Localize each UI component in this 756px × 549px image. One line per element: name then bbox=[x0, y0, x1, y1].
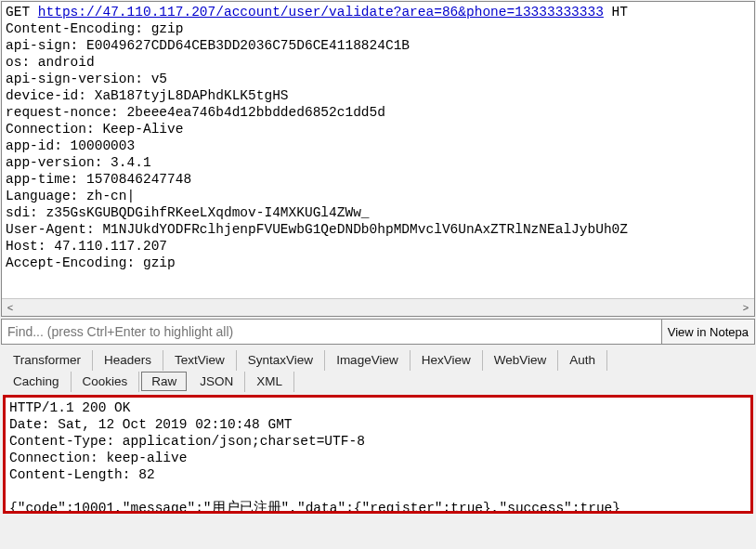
tab-row-1: Transformer Headers TextView SyntaxView … bbox=[0, 350, 756, 371]
request-text[interactable]: GET https://47.110.117.207/account/user/… bbox=[2, 2, 754, 278]
tab-transformer[interactable]: Transformer bbox=[2, 350, 93, 371]
tab-imageview[interactable]: ImageView bbox=[325, 350, 411, 371]
scroll-left-arrow[interactable]: < bbox=[2, 299, 19, 316]
inspector-tabs: Transformer Headers TextView SyntaxView … bbox=[0, 350, 756, 392]
request-panel: GET https://47.110.117.207/account/user/… bbox=[1, 1, 755, 317]
request-headers: Content-Encoding: gzip api-sign: E004962… bbox=[6, 21, 628, 270]
request-url-link[interactable]: https://47.110.117.207/account/user/vali… bbox=[38, 5, 604, 20]
tab-hexview[interactable]: HexView bbox=[411, 350, 483, 371]
view-in-notepad-button[interactable]: View in Notepa bbox=[662, 319, 755, 345]
request-method: GET bbox=[6, 5, 38, 20]
tab-row-2: Caching Cookies Raw JSON XML bbox=[0, 371, 756, 392]
tab-xml[interactable]: XML bbox=[245, 372, 294, 392]
scroll-track[interactable] bbox=[19, 299, 737, 316]
tab-caching[interactable]: Caching bbox=[2, 372, 72, 392]
horizontal-scrollbar[interactable]: < > bbox=[2, 298, 754, 316]
scroll-right-arrow[interactable]: > bbox=[737, 299, 754, 316]
find-row: View in Notepa bbox=[1, 319, 755, 345]
response-panel[interactable]: HTTP/1.1 200 OK Date: Sat, 12 Oct 2019 0… bbox=[3, 395, 753, 514]
tab-headers[interactable]: Headers bbox=[93, 350, 163, 371]
tab-webview[interactable]: WebView bbox=[483, 350, 559, 371]
tab-auth[interactable]: Auth bbox=[558, 350, 607, 371]
request-http-version: HT bbox=[604, 5, 628, 20]
tab-json[interactable]: JSON bbox=[189, 372, 245, 392]
find-input[interactable] bbox=[1, 319, 662, 345]
tab-raw[interactable]: Raw bbox=[141, 372, 187, 391]
tab-textview[interactable]: TextView bbox=[163, 350, 237, 371]
tab-syntaxview[interactable]: SyntaxView bbox=[237, 350, 325, 371]
tab-cookies[interactable]: Cookies bbox=[72, 372, 140, 392]
